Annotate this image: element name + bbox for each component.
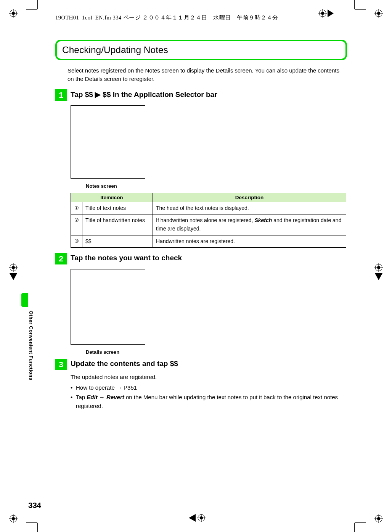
registration-mark-icon	[189, 512, 206, 525]
step-number-badge: 1	[55, 89, 67, 101]
page-number: 334	[28, 501, 41, 510]
table-header-description: Description	[153, 193, 346, 202]
step-3-body: The updated notes are registered. How to…	[71, 372, 347, 410]
intro-paragraph: Select notes registered on the Notes scr…	[67, 66, 347, 83]
bullet-how-to-operate: How to operate → P351	[71, 383, 347, 392]
step-1-title: Tap $$ ▶ $$ in the Application Selector …	[71, 89, 217, 99]
notes-screen-caption: Notes screen	[86, 183, 347, 189]
registration-mark-icon	[374, 9, 383, 18]
side-tab-marker	[21, 293, 28, 307]
details-screen-placeholder	[71, 269, 145, 345]
step-3: 3 Update the contents and tap $$	[55, 359, 347, 370]
section-heading-bar: Checking/Updating Notes	[55, 40, 347, 60]
registration-mark-icon	[9, 514, 18, 523]
bullet-revert: Tap Edit → Revert on the Menu bar while …	[71, 393, 347, 411]
item-description-table: Item/icon Description ① Title of text no…	[71, 193, 346, 248]
triangle-right-icon: ▶	[95, 90, 101, 98]
step-3-title: Update the contents and tap $$	[71, 359, 178, 368]
step-2-title: Tap the notes you want to check	[71, 253, 182, 262]
step-number-badge: 2	[55, 253, 67, 264]
step-number-badge: 3	[55, 359, 67, 370]
step-2: 2 Tap the notes you want to check	[55, 253, 347, 264]
table-header-item: Item/icon	[71, 193, 153, 202]
section-title: Checking/Updating Notes	[62, 45, 168, 55]
registration-mark-icon	[9, 9, 18, 18]
table-row: ③ $$ Handwritten notes are registered.	[71, 235, 346, 248]
details-screen-caption: Details screen	[86, 349, 347, 355]
table-row: ② Title of handwritten notes If handwrit…	[71, 214, 346, 235]
registration-mark-icon	[318, 9, 327, 18]
registration-mark-icon	[373, 263, 384, 282]
step-1: 1 Tap $$ ▶ $$ in the Application Selecto…	[55, 89, 347, 101]
header-filepath: 19OTH01_1col_EN.fm 334 ページ ２００４年１１月２４日 水…	[55, 14, 278, 21]
side-section-label: Other Convenient Functions	[28, 311, 34, 380]
notes-screen-placeholder	[71, 105, 145, 179]
registration-mark-icon	[374, 514, 383, 523]
table-row: ① Title of text notes The head of the te…	[71, 202, 346, 214]
registration-mark-icon	[8, 263, 19, 282]
